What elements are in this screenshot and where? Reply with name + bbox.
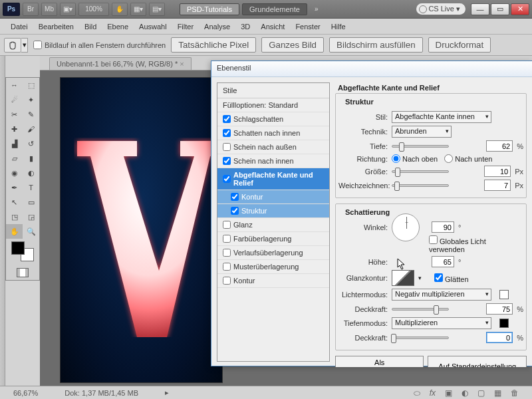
print-size-button[interactable]: Druckformat: [428, 37, 491, 53]
color-swatches[interactable]: [6, 239, 39, 265]
workspace-more-icon[interactable]: »: [309, 3, 325, 16]
hand-icon[interactable]: ✋: [112, 3, 128, 16]
menu-ansicht[interactable]: Ansicht: [255, 21, 290, 33]
style-verlauf[interactable]: Verlaufsüberlagerung: [217, 246, 329, 260]
angle-input[interactable]: [432, 221, 454, 233]
make-default-button[interactable]: Als Standardeinstellung festlegen: [335, 356, 424, 367]
heal-tool-icon[interactable]: ✚: [6, 122, 23, 136]
global-light-checkbox[interactable]: Globales Licht verwenden: [429, 235, 523, 253]
quickmask-icon[interactable]: [6, 265, 39, 280]
shape-tool-icon[interactable]: ▭: [23, 195, 39, 209]
menu-analyse[interactable]: Analyse: [199, 21, 235, 33]
menu-hilfe[interactable]: Hilfe: [326, 21, 351, 33]
style-schatten-innen[interactable]: Schatten nach innen: [217, 126, 329, 140]
style-sub-struktur[interactable]: Struktur: [217, 204, 329, 218]
dodge-tool-icon[interactable]: ◐: [23, 166, 39, 180]
actual-pixels-button[interactable]: Tatsächliche Pixel: [171, 37, 256, 53]
menu-bild[interactable]: Bild: [79, 21, 102, 33]
highlight-opacity-slider[interactable]: [392, 308, 449, 311]
folder-status-icon[interactable]: ▢: [477, 388, 485, 398]
history-brush-icon[interactable]: ↺: [23, 136, 39, 151]
new-status-icon[interactable]: ▦: [494, 388, 501, 398]
shadow-opacity-slider[interactable]: [392, 336, 449, 339]
style-schlagschatten[interactable]: Schlagschatten: [217, 112, 329, 126]
menu-bearbeiten[interactable]: Bearbeiten: [33, 21, 79, 33]
maximize-button[interactable]: ▭: [491, 3, 509, 15]
blur-tool-icon[interactable]: ◉: [6, 166, 23, 180]
shadow-color-swatch[interactable]: [499, 319, 509, 328]
close-button[interactable]: ✕: [511, 3, 529, 15]
style-sub-kontur[interactable]: Kontur: [217, 190, 329, 204]
menu-filter[interactable]: Filter: [172, 21, 199, 33]
status-zoom[interactable]: 66,67%: [13, 389, 38, 397]
zoom-level-icon[interactable]: 100%: [78, 3, 109, 16]
soften-input[interactable]: [484, 180, 511, 191]
path-tool-icon[interactable]: ↖: [6, 195, 23, 209]
workspace-tab-grund[interactable]: Grundelemente: [242, 3, 307, 15]
marquee-tool-icon[interactable]: ⬚: [23, 78, 39, 92]
adj-status-icon[interactable]: ◐: [462, 388, 468, 398]
altitude-input[interactable]: [432, 256, 454, 267]
hand-tool-box-icon[interactable]: ✋: [6, 224, 23, 239]
stamp-tool-icon[interactable]: ▟: [6, 136, 23, 151]
3d-tool-icon[interactable]: ◳: [6, 209, 23, 224]
document-canvas[interactable]: [60, 77, 223, 383]
style-bevel-emboss[interactable]: Abgeflachte Kante und Relief: [217, 168, 329, 190]
styles-header[interactable]: Stile: [217, 83, 329, 98]
angle-dial[interactable]: +: [392, 213, 420, 241]
shadow-mode-dropdown[interactable]: Multiplizieren: [392, 317, 491, 329]
gradient-tool-icon[interactable]: ▮: [23, 151, 39, 166]
camera-tool-icon[interactable]: ◲: [23, 209, 39, 224]
menu-ebene[interactable]: Ebene: [102, 21, 134, 33]
highlight-mode-dropdown[interactable]: Negativ multiplizieren: [392, 289, 491, 301]
brush-tool-icon[interactable]: 🖌: [23, 122, 39, 136]
soften-slider[interactable]: [392, 184, 449, 187]
fx-status-icon[interactable]: fx: [430, 388, 436, 398]
workspace-tab-psd[interactable]: PSD-Tutorials: [180, 3, 239, 15]
lasso-tool-icon[interactable]: ☄: [6, 92, 23, 107]
shadow-opacity-input[interactable]: [486, 332, 513, 343]
close-tab-icon[interactable]: ×: [180, 60, 184, 68]
fill-options-item[interactable]: Füllloptionen: Standard: [217, 98, 329, 112]
style-farbe[interactable]: Farbüberlagerung: [217, 232, 329, 246]
size-slider[interactable]: [392, 170, 449, 173]
cs-live-button[interactable]: CS Live ▾: [416, 3, 466, 15]
depth-slider[interactable]: [392, 145, 449, 148]
style-schein-innen[interactable]: Schein nach innen: [217, 154, 329, 168]
crop-tool-icon[interactable]: ✂: [6, 107, 23, 122]
arrange-icon[interactable]: ▦▾: [130, 3, 146, 16]
reset-default-button[interactable]: Auf Standardeinstellung zurücksetzen: [428, 356, 527, 367]
link-status-icon[interactable]: ⬭: [414, 388, 420, 398]
fg-swatch[interactable]: [11, 241, 25, 255]
menu-fenster[interactable]: Fenster: [290, 21, 325, 33]
fill-screen-button[interactable]: Bildschirm ausfüllen: [329, 37, 423, 53]
hand-tool-icon[interactable]: [4, 38, 21, 53]
menu-datei[interactable]: Datei: [5, 21, 33, 33]
depth-input[interactable]: [486, 140, 513, 152]
document-tab[interactable]: Unbenannt-1 bei 66,7% (W, RGB/8) * ×: [49, 57, 192, 70]
tool-dropdown-icon[interactable]: ▾: [21, 38, 28, 53]
direction-up-radio[interactable]: Nach oben: [392, 154, 438, 163]
eraser-tool-icon[interactable]: ▱: [6, 151, 23, 166]
style-dropdown[interactable]: Abgeflachte Kante innen: [392, 111, 491, 123]
wand-tool-icon[interactable]: ✦: [23, 92, 39, 107]
move-tool-icon[interactable]: ↔: [6, 78, 23, 92]
pen-tool-icon[interactable]: ✒: [6, 180, 23, 195]
size-input[interactable]: [484, 166, 511, 177]
style-schein-aussen[interactable]: Schein nach außen: [217, 140, 329, 154]
style-glanz[interactable]: Glanz: [217, 218, 329, 232]
minibridge-icon[interactable]: Mb: [41, 3, 57, 16]
extras-icon[interactable]: ▤▾: [149, 3, 165, 16]
minimize-button[interactable]: —: [471, 3, 489, 15]
mask-status-icon[interactable]: ▣: [445, 388, 452, 398]
highlight-color-swatch[interactable]: [499, 290, 509, 299]
technique-dropdown[interactable]: Abrunden: [392, 126, 452, 138]
type-tool-icon[interactable]: T: [23, 180, 39, 195]
style-kontur2[interactable]: Kontur: [217, 274, 329, 288]
bridge-icon[interactable]: Br: [23, 3, 39, 16]
fit-screen-button[interactable]: Ganzes Bild: [261, 37, 324, 53]
menu-3d[interactable]: 3D: [235, 21, 255, 33]
highlight-opacity-input[interactable]: [486, 303, 513, 315]
gloss-contour-swatch[interactable]: [392, 270, 414, 286]
scroll-all-windows-checkbox[interactable]: Bildlauf in allen Fenstern durchführen: [33, 41, 166, 49]
